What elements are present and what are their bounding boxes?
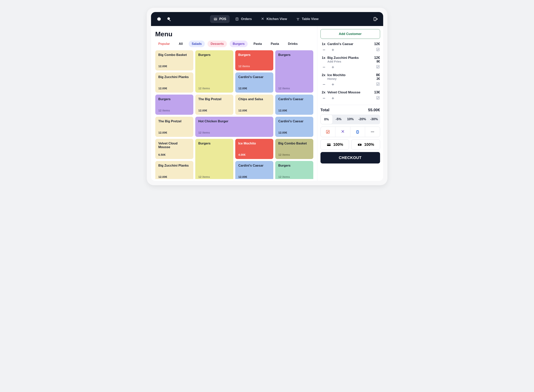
menu-card[interactable]: Cardini's Caesar 12.00€ xyxy=(235,161,273,179)
menu-card-sub: 4.00€ xyxy=(238,153,270,156)
nav-orders[interactable]: Orders xyxy=(232,15,255,23)
cart-line: 2x Velvet Cloud Mousse 13€ xyxy=(320,89,380,103)
menu-card-title: Big Combo Basket xyxy=(158,53,190,57)
menu-card[interactable]: Big Combo Basket 12.00€ xyxy=(155,50,193,70)
totals-section: Total 55.00€ 0% -5% 10% -20% -30% xyxy=(320,105,380,163)
cart-qty: 2x xyxy=(320,90,325,94)
menu-card[interactable]: Burgers 12 items xyxy=(195,50,233,93)
menu-card[interactable]: Hot Chicken Burger 12 items xyxy=(195,117,273,137)
pay-card-button[interactable]: 100% xyxy=(320,139,349,150)
discount-5[interactable]: -5% xyxy=(333,115,344,124)
nav-table-label: Table View xyxy=(302,17,319,21)
menu-card[interactable]: The Big Pretzel 12.00€ xyxy=(195,94,233,115)
cash-icon xyxy=(357,143,362,147)
nav-kitchen-label: Kitchen View xyxy=(266,17,287,21)
pay-cash-button[interactable]: 100% xyxy=(351,139,380,150)
decrement-button[interactable] xyxy=(321,47,327,53)
cart-modifier: Honey xyxy=(327,77,375,81)
edit-line-button[interactable] xyxy=(376,47,380,52)
actions-row xyxy=(320,126,380,137)
menu-card-sub: 12 items xyxy=(158,109,190,112)
menu-card-title: Big Zucchini Planks xyxy=(158,75,190,79)
decrement-button[interactable] xyxy=(321,96,327,101)
svg-rect-14 xyxy=(327,144,330,146)
more-button[interactable] xyxy=(365,127,380,137)
checkout-button[interactable]: CHECKOUT xyxy=(320,152,380,163)
category-tabs: Popular All Salads Desserts Burgers Past… xyxy=(155,41,313,47)
increment-button[interactable] xyxy=(330,65,336,70)
svg-point-17 xyxy=(359,144,360,145)
edit-line-button[interactable] xyxy=(376,82,380,87)
menu-card[interactable]: Velvet Cloud Mousse 6.50€ xyxy=(155,139,193,159)
menu-card[interactable]: Big Zucchini Planks 12.00€ xyxy=(155,161,193,179)
menu-card[interactable]: Chips and Salsa 12.00€ xyxy=(235,94,273,115)
nav-orders-label: Orders xyxy=(241,17,252,21)
menu-card[interactable]: The Big Pretzel 12.00€ xyxy=(155,117,193,137)
menu-card[interactable]: Big Combo Basket 12 items xyxy=(275,139,313,159)
tab-pasta-1[interactable]: Pasta xyxy=(251,41,265,47)
edit-line-button[interactable] xyxy=(376,65,380,70)
increment-button[interactable] xyxy=(330,47,336,53)
print-button[interactable] xyxy=(350,127,365,137)
body: Menu Popular All Salads Desserts Burgers… xyxy=(151,26,383,181)
tab-all[interactable]: All xyxy=(176,41,186,47)
dine-button[interactable] xyxy=(335,127,350,137)
increment-button[interactable] xyxy=(330,82,336,87)
menu-card[interactable]: Big Zucchini Planks 12.00€ xyxy=(155,72,193,93)
search-icon[interactable] xyxy=(167,17,172,22)
menu-card-title: Velvet Cloud Mousse xyxy=(158,141,190,149)
menu-card[interactable]: Ice Mochito 4.00€ xyxy=(235,139,273,159)
total-label: Total xyxy=(320,108,330,112)
menu-card-sub: 12 items xyxy=(238,65,270,68)
menu-card-title: Burgers xyxy=(198,141,230,145)
nav-table[interactable]: Table View xyxy=(293,15,322,23)
menu-card-title: Chips and Salsa xyxy=(238,97,270,101)
decrement-button[interactable] xyxy=(321,82,327,87)
menu-card[interactable]: Burgers 12 items xyxy=(155,94,193,115)
discount-30[interactable]: -30% xyxy=(368,115,380,124)
tab-drinks[interactable]: Drinks xyxy=(285,41,301,47)
menu-card[interactable]: Cardini's Caesar 12.00€ xyxy=(275,117,313,137)
menu-card-title: Burgers xyxy=(278,164,310,167)
list-icon xyxy=(235,17,239,21)
add-customer-button[interactable]: Add Customer xyxy=(320,29,380,39)
tab-salads[interactable]: Salads xyxy=(189,41,205,47)
menu-card-sub: 12.00€ xyxy=(278,109,310,112)
decrement-button[interactable] xyxy=(321,65,327,70)
nav-kitchen[interactable]: Kitchen View xyxy=(257,15,291,23)
menu-card[interactable]: Cardini's Caesar 12.00€ xyxy=(235,72,273,93)
discount-10[interactable]: 10% xyxy=(344,115,356,124)
menu-card[interactable]: Burgers 12 items xyxy=(195,139,233,179)
tab-popular[interactable]: Popular xyxy=(155,41,173,47)
pay-row: 100% 100% xyxy=(320,139,380,150)
menu-card[interactable]: Cardini's Caesar 12.00€ xyxy=(275,94,313,115)
tab-desserts[interactable]: Desserts xyxy=(208,41,227,47)
utensils-icon xyxy=(261,17,265,21)
cart-pane: Add Customer 1x Cardini's Caesar 12€ xyxy=(317,26,383,181)
menu-card-sub: 12.00€ xyxy=(158,175,190,178)
nav-pos[interactable]: POS xyxy=(210,15,230,23)
menu-card-title: The Big Pretzel xyxy=(158,119,190,123)
edit-line-button[interactable] xyxy=(376,96,380,101)
menu-card[interactable]: Burgers 12 items xyxy=(275,50,313,93)
menu-card[interactable]: Burgers 12 items xyxy=(235,50,273,70)
increment-button[interactable] xyxy=(330,96,336,101)
menu-card-sub: 12 items xyxy=(198,175,230,178)
settings-icon[interactable] xyxy=(156,17,161,22)
cart-line: 2x Ice Mochito 8€ Honey 2€ xyxy=(320,72,380,89)
menu-card-sub: 12.00€ xyxy=(238,87,270,90)
tab-burgers[interactable]: Burgers xyxy=(230,41,248,47)
cart-line: 1x Big Zucchini Planks 12€ Add Fries 8€ xyxy=(320,55,380,71)
cart-name: Big Zucchini Planks xyxy=(327,56,372,60)
menu-card-sub: 12.00€ xyxy=(278,131,310,134)
logout-icon[interactable] xyxy=(373,17,378,22)
menu-card[interactable]: Burgers 12 items xyxy=(275,161,313,179)
cart-qty: 2x xyxy=(320,73,325,77)
total-value: 55.00€ xyxy=(368,108,380,112)
discount-0[interactable]: 0% xyxy=(320,115,333,124)
svg-rect-15 xyxy=(327,144,330,145)
menu-card-sub: 6.50€ xyxy=(158,153,190,156)
discount-20[interactable]: -20% xyxy=(356,115,368,124)
tab-pasta-2[interactable]: Pasta xyxy=(268,41,282,47)
note-button[interactable] xyxy=(321,127,336,137)
